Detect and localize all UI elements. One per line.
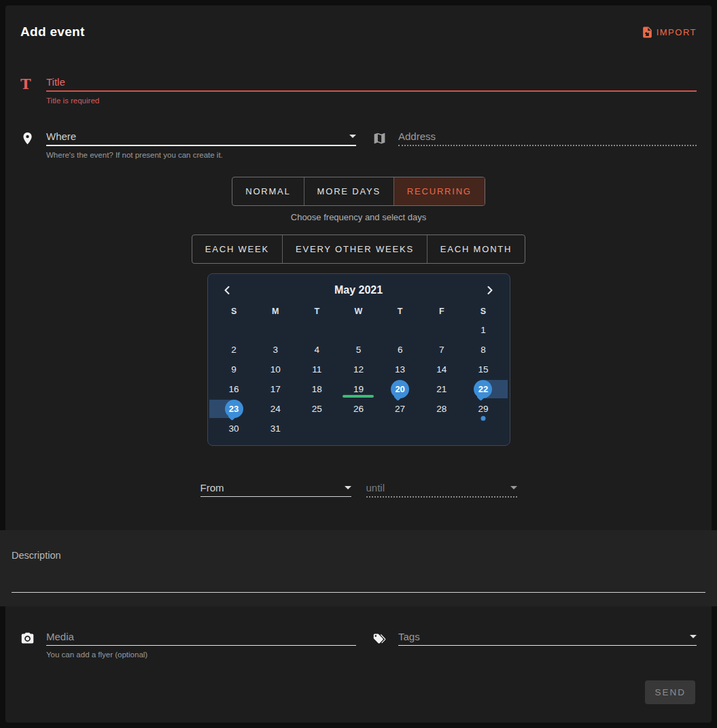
calendar-day[interactable]: 9	[213, 360, 255, 379]
calendar-day[interactable]: 30	[213, 419, 255, 438]
calendar-day[interactable]: 17	[255, 379, 296, 399]
tags-label: Tags	[398, 631, 420, 642]
description-section: Description	[0, 530, 717, 606]
calendar-day-empty	[296, 320, 338, 340]
calendar-day-empty	[421, 419, 462, 438]
description-textarea[interactable]: Description	[12, 549, 705, 593]
tab-each-week[interactable]: EACH WEEK	[192, 235, 282, 263]
media-input[interactable]	[46, 631, 356, 642]
calendar-day-empty	[421, 320, 462, 340]
frequency-tabs: EACH WEEK EVERY OTHER WEEKS EACH MONTH	[16, 235, 701, 264]
title-field-row: T Title is required	[20, 76, 697, 105]
calendar-day[interactable]: 25	[296, 399, 338, 419]
calendar-day-empty	[213, 320, 255, 340]
calendar-day[interactable]: 19	[338, 379, 379, 399]
from-select[interactable]: From	[200, 482, 351, 497]
calendar-day[interactable]: 12	[338, 360, 379, 379]
dialog-header: Add event IMPORT	[16, 22, 701, 39]
calendar-prev-button[interactable]	[219, 282, 235, 298]
calendar-day[interactable]: 18	[296, 379, 338, 399]
tab-each-month[interactable]: EACH MONTH	[427, 235, 525, 263]
calendar-weekday: S	[213, 302, 255, 320]
where-select[interactable]: Where	[46, 131, 356, 146]
tags-icon	[372, 631, 389, 648]
chevron-right-icon	[483, 283, 497, 297]
chevron-down-icon	[510, 486, 517, 489]
calendar-month-label: May 2021	[334, 284, 383, 296]
calendar-day[interactable]: 8	[462, 340, 504, 360]
calendar-weekday: T	[296, 302, 338, 320]
calendar-day[interactable]: 5	[338, 340, 379, 360]
title-icon: T	[20, 76, 37, 92]
calendar-day[interactable]: 10	[255, 360, 296, 379]
tab-recurring[interactable]: RECURRING	[394, 177, 485, 205]
address-input[interactable]	[398, 131, 697, 142]
media-tags-row: You can add a flyer (optional) Tags	[20, 631, 697, 659]
calendar-day-empty	[462, 419, 504, 438]
calendar-day[interactable]: 2	[213, 340, 255, 360]
calendar-day[interactable]: 20	[379, 379, 421, 399]
calendar-day[interactable]: 1	[462, 320, 504, 340]
calendar-weekday: W	[338, 302, 379, 320]
until-select[interactable]: until	[366, 482, 517, 498]
calendar-day[interactable]: 13	[379, 360, 421, 379]
from-label: From	[200, 482, 224, 493]
location-row: Where Where's the event? If not present …	[20, 131, 697, 159]
calendar-day-empty	[338, 419, 379, 438]
calendar-day[interactable]: 26	[338, 399, 379, 419]
where-hint: Where's the event? If not present you ca…	[46, 151, 356, 159]
calendar-day-empty	[379, 320, 421, 340]
calendar-day-empty	[338, 320, 379, 340]
map-marker-icon	[20, 131, 37, 148]
calendar-day[interactable]: 6	[379, 340, 421, 360]
frequency-hint: Choose frequency and select days	[16, 212, 701, 222]
calendar: May 2021 SMTWTFS 12345678910111213141516…	[207, 273, 510, 446]
calendar-day[interactable]: 31	[255, 419, 296, 438]
calendar-day-empty	[379, 419, 421, 438]
calendar-day[interactable]: 28	[421, 399, 462, 419]
tags-select[interactable]: Tags	[398, 631, 697, 646]
calendar-weekdays: SMTWTFS	[213, 302, 504, 320]
time-range-row: From until	[16, 482, 701, 498]
map-icon	[372, 131, 389, 148]
chevron-down-icon	[345, 486, 351, 489]
page-title: Add event	[20, 24, 85, 39]
calendar-day-empty	[296, 419, 338, 438]
tab-normal[interactable]: NORMAL	[232, 177, 303, 205]
chevron-left-icon	[220, 283, 234, 297]
calendar-day[interactable]: 29	[462, 399, 504, 419]
media-hint: You can add a flyer (optional)	[46, 651, 356, 659]
calendar-grid: 1234567891011121314151617181920212223242…	[213, 320, 504, 438]
calendar-day[interactable]: 23	[213, 399, 255, 419]
calendar-day[interactable]: 16	[213, 379, 255, 399]
title-error: Title is required	[46, 97, 697, 105]
calendar-day[interactable]: 27	[379, 399, 421, 419]
calendar-day[interactable]: 11	[296, 360, 338, 379]
event-mode-tabs: NORMAL MORE DAYS RECURRING	[16, 177, 701, 206]
tab-more-days[interactable]: MORE DAYS	[304, 177, 394, 205]
calendar-day[interactable]: 4	[296, 340, 338, 360]
calendar-next-button[interactable]	[482, 282, 498, 298]
calendar-day[interactable]: 22	[462, 379, 504, 399]
chevron-down-icon	[349, 135, 356, 138]
chevron-down-icon	[690, 635, 697, 638]
send-button[interactable]: SEND	[645, 680, 695, 704]
title-input[interactable]	[46, 76, 697, 88]
calendar-day[interactable]: 7	[421, 340, 462, 360]
calendar-day-empty	[255, 320, 296, 340]
calendar-day[interactable]: 3	[255, 340, 296, 360]
file-import-icon	[641, 26, 654, 39]
calendar-weekday: F	[421, 302, 462, 320]
calendar-day[interactable]: 14	[421, 360, 462, 379]
add-event-dialog: Add event IMPORT T Title is required Whe…	[5, 5, 712, 723]
calendar-weekday: M	[255, 302, 296, 320]
where-label: Where	[46, 131, 76, 142]
import-button[interactable]: IMPORT	[641, 26, 697, 39]
tab-every-other-weeks[interactable]: EVERY OTHER WEEKS	[282, 235, 427, 263]
calendar-weekday: S	[462, 302, 504, 320]
until-label: until	[366, 482, 385, 493]
calendar-day[interactable]: 21	[421, 379, 462, 399]
import-label: IMPORT	[657, 27, 697, 37]
calendar-day[interactable]: 24	[255, 399, 296, 419]
calendar-day[interactable]: 15	[462, 360, 504, 379]
